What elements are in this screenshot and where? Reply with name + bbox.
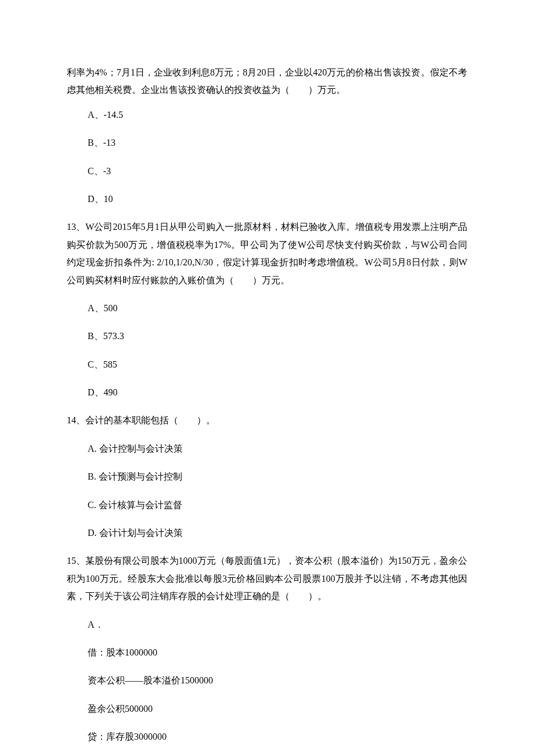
- question-14: 14、会计的基本职能包括（ ）。: [67, 412, 467, 429]
- question-12-continuation: 利率为4%；7月1日，企业收到利息8万元；8月20日，企业以420万元的价格出售…: [67, 64, 467, 99]
- q12-option-d: D、10: [67, 190, 467, 208]
- page-content: 利率为4%；7月1日，企业收到利息8万元；8月20日，企业以420万元的价格出售…: [0, 0, 534, 756]
- q13-option-a: A、500: [67, 300, 467, 317]
- q12-option-a: A、-14.5: [67, 106, 467, 124]
- q13-option-b: B、573.3: [67, 327, 467, 345]
- q13-option-d: D、490: [67, 384, 467, 401]
- q14-option-c: C. 会计核算与会计监督: [67, 496, 467, 514]
- q12-option-c: C、-3: [67, 163, 467, 180]
- question-15: 15、某股份有限公司股本为1000万元（每股面值1元），资本公积（股本溢价）为1…: [67, 552, 467, 605]
- q15-option-a-line4: 贷：库存股3000000: [67, 728, 467, 746]
- q12-option-b: B、-13: [67, 134, 467, 152]
- q14-option-b: B. 会计预测与会计控制: [67, 468, 467, 485]
- q14-option-d: D. 会计计划与会计决策: [67, 524, 467, 542]
- q15-option-a-line1: 借：股本1000000: [67, 644, 467, 661]
- question-13: 13、W公司2015年5月1日从甲公司购入一批原材料，材料已验收入库。增值税专用…: [67, 218, 467, 289]
- q15-option-a-line2: 资本公积——股本溢价1500000: [67, 672, 467, 689]
- q15-option-a-label: A．: [67, 616, 467, 633]
- q15-option-a-line3: 盈余公积500000: [67, 700, 467, 718]
- q13-option-c: C、585: [67, 356, 467, 373]
- q14-option-a: A. 会计控制与会计决策: [67, 440, 467, 458]
